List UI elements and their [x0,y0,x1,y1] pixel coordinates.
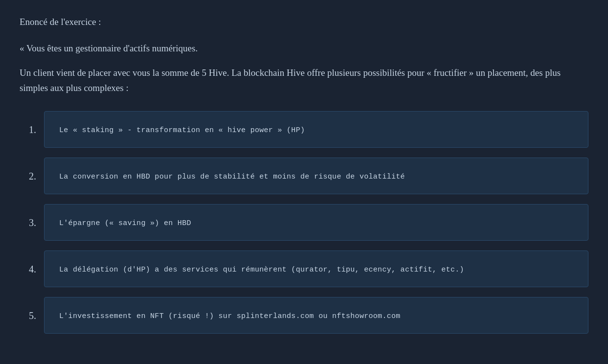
item-text-5: L'investissement en NFT (risqué !) sur s… [59,312,401,320]
item-box-2: La conversion en HBD pour plus de stabil… [44,158,588,194]
list-item: 4.La délégation (d'HP) a des services qu… [20,250,588,287]
item-box-5: L'investissement en NFT (risqué !) sur s… [44,297,588,334]
item-number-5: 5. [20,308,44,323]
list-item: 5.L'investissement en NFT (risqué !) sur… [20,297,588,334]
item-box-4: La délégation (d'HP) a des services qui … [44,250,588,287]
section-title: Enoncé de l'exercice : [20,15,588,29]
item-number-4: 4. [20,261,44,277]
description-text: Un client vient de placer avec vous la s… [20,65,588,96]
item-text-4: La délégation (d'HP) a des services qui … [59,266,464,274]
list-item: 3.L'épargne (« saving ») en HBD [20,204,588,241]
item-text-2: La conversion en HBD pour plus de stabil… [59,173,405,181]
item-text-1: Le « staking » - transformation en « hiv… [59,126,305,135]
item-number-3: 3. [20,215,44,230]
item-text-3: L'épargne (« saving ») en HBD [59,219,191,228]
list-item: 2.La conversion en HBD pour plus de stab… [20,158,588,194]
item-number-1: 1. [20,122,44,137]
options-list: 1.Le « staking » - transformation en « h… [20,111,588,334]
intro-text: « Vous êtes un gestionnaire d'actifs num… [20,41,588,56]
item-box-1: Le « staking » - transformation en « hiv… [44,111,588,148]
list-item: 1.Le « staking » - transformation en « h… [20,111,588,148]
item-box-3: L'épargne (« saving ») en HBD [44,204,588,241]
item-number-2: 2. [20,168,44,184]
